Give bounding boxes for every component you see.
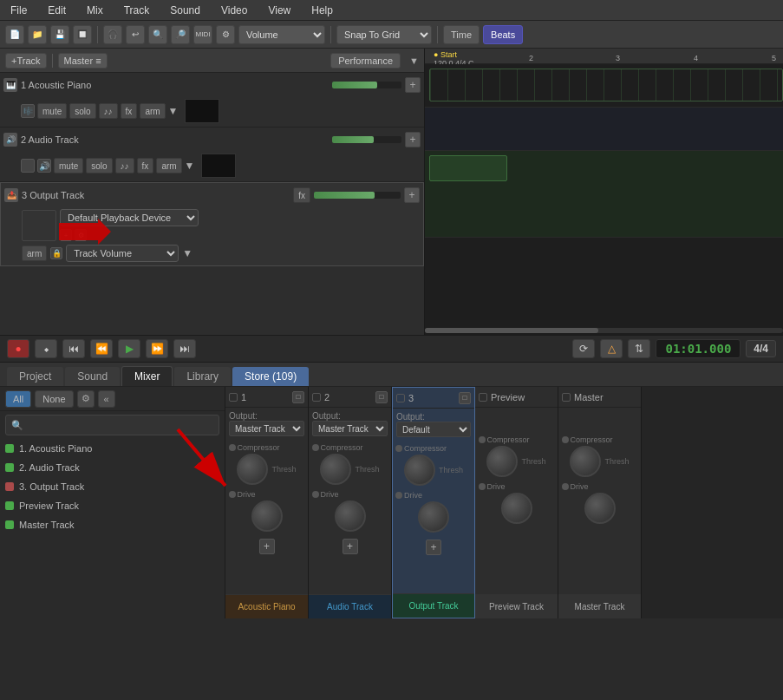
menu-view[interactable]: View <box>264 3 294 18</box>
track3-add-icon[interactable]: + <box>60 229 72 241</box>
menu-file[interactable]: File <box>7 3 30 18</box>
search2-btn[interactable]: 🔎 <box>171 25 190 44</box>
output-device-select[interactable]: Default Playback Device <box>60 209 199 226</box>
track2-expand[interactable]: ▼ <box>185 160 195 172</box>
track2-midi-btn[interactable]: ♪♪ <box>115 158 134 173</box>
new-btn[interactable]: 📄 <box>5 25 24 44</box>
channel-preview-thresh-knob[interactable] <box>486 446 518 477</box>
performance-expand[interactable]: ▼ <box>409 56 419 66</box>
track1-expand[interactable]: ▼ <box>168 105 179 117</box>
track1-solo-btn[interactable]: solo <box>69 103 95 119</box>
menu-help[interactable]: Help <box>308 3 336 18</box>
performance-button[interactable]: Performance <box>330 53 401 69</box>
channel-3-thresh-knob[interactable] <box>404 455 435 486</box>
track1-arm-btn[interactable]: arm <box>140 103 165 119</box>
track1-fader[interactable] <box>332 82 401 88</box>
record-btn[interactable]: ● <box>7 339 29 358</box>
tab-sound[interactable]: Sound <box>65 367 120 386</box>
channel-preview-drive-knob[interactable] <box>501 493 532 524</box>
metronome2-btn[interactable]: △ <box>600 339 623 358</box>
midi-btn[interactable]: MIDI <box>193 25 212 44</box>
master-button[interactable]: Master ≡ <box>58 53 108 69</box>
channel-preview-checkbox[interactable] <box>479 393 487 402</box>
mixer-gear-btn[interactable]: ⚙ <box>77 390 95 408</box>
track-volume-select[interactable]: Track Volume <box>66 245 179 262</box>
rewind-to-start-btn[interactable]: ⏮ <box>62 339 85 358</box>
mixer-track-item-2[interactable]: 2. Audio Track <box>0 458 225 477</box>
channel-3-add-effect-btn[interactable]: + <box>426 540 441 555</box>
tune-btn[interactable]: ⇅ <box>628 339 650 358</box>
track1-mute-btn[interactable]: mute <box>37 103 67 119</box>
mixer-all-btn[interactable]: All <box>5 390 31 408</box>
undo-btn[interactable]: ↩ <box>126 25 145 44</box>
track3-arm-btn[interactable]: arm <box>22 245 47 261</box>
channel-1-output-select[interactable]: Master Track <box>229 421 304 436</box>
open-btn[interactable]: 📁 <box>28 25 47 44</box>
rewind-btn[interactable]: ⏪ <box>90 339 113 358</box>
save-btn[interactable]: 💾 <box>50 25 69 44</box>
forward-to-end-btn[interactable]: ⏭ <box>173 339 196 358</box>
channel-2-expand[interactable]: □ <box>375 391 388 403</box>
channel-3-drive-knob[interactable] <box>418 501 449 533</box>
channel-master-thresh-knob[interactable] <box>570 446 601 477</box>
track2-fader[interactable] <box>332 136 401 143</box>
mixer-collapse-btn[interactable]: « <box>98 390 115 408</box>
beats-btn[interactable]: Beats <box>483 25 523 44</box>
track1-fx-btn[interactable]: fx <box>121 103 138 119</box>
mixer-search-input[interactable] <box>27 420 213 430</box>
tab-store[interactable]: Store (109) <box>232 367 309 386</box>
track3-fx-btn[interactable]: fx <box>293 187 310 203</box>
channel-1-thresh-knob[interactable] <box>237 454 268 485</box>
search-btn[interactable]: 🔍 <box>148 25 167 44</box>
time-btn[interactable]: Time <box>443 25 480 44</box>
channel-3-expand[interactable]: □ <box>459 392 471 404</box>
disk-btn[interactable]: 🔲 <box>73 25 92 44</box>
channel-master-checkbox[interactable] <box>562 393 571 402</box>
track2-add-btn[interactable]: + <box>405 132 421 147</box>
mixer-track-item-1[interactable]: 1. Acoustic Piano <box>0 439 225 458</box>
channel-1-expand[interactable]: □ <box>292 391 304 403</box>
tab-mixer[interactable]: Mixer <box>121 366 173 386</box>
volume-select[interactable]: Volume <box>238 25 325 44</box>
menu-mix[interactable]: Mix <box>83 3 107 18</box>
track2-fx-btn[interactable]: fx <box>137 158 154 173</box>
channel-1-add-effect-btn[interactable]: + <box>259 539 275 554</box>
channel-3-checkbox[interactable] <box>396 394 405 402</box>
channel-3-output-select[interactable]: Default <box>396 422 471 437</box>
track3-add-btn[interactable]: + <box>404 187 420 203</box>
track1-add-btn[interactable]: + <box>405 77 421 93</box>
fast-forward-btn[interactable]: ⏩ <box>146 339 168 358</box>
timeline-scrollbar-thumb[interactable] <box>425 328 598 333</box>
snap-select[interactable]: Snap To Grid <box>336 25 432 44</box>
headphones-btn[interactable]: 🎧 <box>103 25 122 44</box>
tab-library[interactable]: Library <box>174 367 231 386</box>
metronome-btn[interactable]: ⬥ <box>35 339 57 358</box>
menu-sound[interactable]: Sound <box>166 3 204 18</box>
play-btn[interactable]: ▶ <box>118 339 140 358</box>
track3-expand[interactable]: ▼ <box>182 247 192 259</box>
settings-btn[interactable]: ⚙ <box>216 25 235 44</box>
menu-video[interactable]: Video <box>218 3 251 18</box>
channel-master-drive-knob[interactable] <box>584 493 616 524</box>
track3-fader[interactable] <box>314 192 401 199</box>
track2-solo-btn[interactable]: solo <box>86 158 112 173</box>
track2-arm-btn[interactable]: arm <box>156 158 181 173</box>
channel-2-drive-knob[interactable] <box>335 500 366 532</box>
add-track-button[interactable]: +Track <box>5 53 47 69</box>
track2-mute-btn[interactable]: mute <box>54 158 83 173</box>
mixer-track-item-master[interactable]: Master Track <box>0 515 225 534</box>
track3-settings-icon[interactable]: ⚙ <box>75 229 87 241</box>
channel-2-add-effect-btn[interactable]: + <box>343 539 358 554</box>
menu-edit[interactable]: Edit <box>44 3 69 18</box>
loop-btn[interactable]: ⟳ <box>572 339 595 358</box>
channel-2-output-select[interactable]: Master Track <box>312 421 388 436</box>
track1-midi-btn[interactable]: ♪♪ <box>99 103 118 119</box>
timeline-scrollbar[interactable] <box>425 328 783 333</box>
mixer-none-btn[interactable]: None <box>35 390 73 408</box>
tab-project[interactable]: Project <box>7 367 63 386</box>
channel-1-drive-knob[interactable] <box>251 500 283 532</box>
mixer-track-item-3[interactable]: 3. Output Track <box>0 477 225 496</box>
channel-1-checkbox[interactable] <box>229 393 238 402</box>
channel-2-thresh-knob[interactable] <box>320 454 351 485</box>
channel-2-checkbox[interactable] <box>312 393 321 402</box>
